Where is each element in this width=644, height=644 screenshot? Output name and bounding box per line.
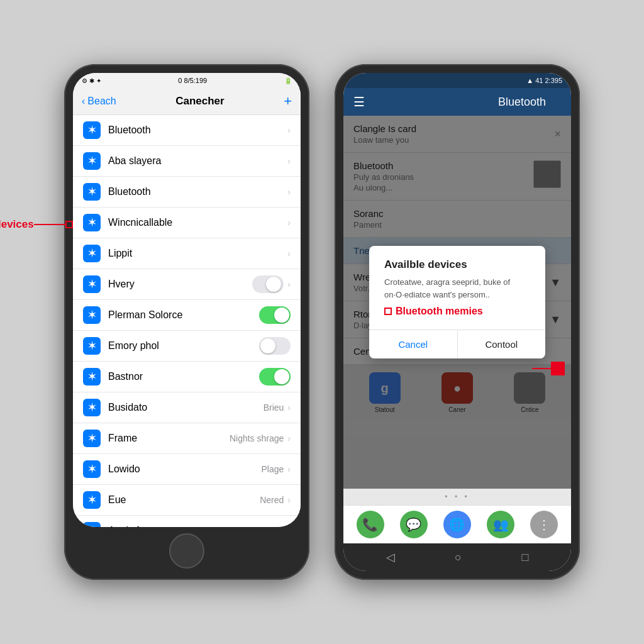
back-label: Beach <box>87 96 116 107</box>
chevron-icon: › <box>287 526 291 527</box>
annotation-line <box>34 224 65 225</box>
chevron-icon: › <box>287 187 291 197</box>
item-value: Brieu <box>264 402 284 413</box>
chevron-icon: › <box>287 495 291 505</box>
item-label: Wincnicallable <box>108 217 287 228</box>
list-item[interactable]: ✶ Lippit › <box>73 238 301 269</box>
annotation-text: Availble devices <box>0 218 34 231</box>
home-button[interactable] <box>169 533 204 569</box>
bluetooth-icon: ✶ <box>83 460 101 478</box>
list-item[interactable]: ✶ Bluetooth › <box>73 177 301 208</box>
toggle-switch[interactable] <box>259 306 291 324</box>
chevron-icon: › <box>287 218 291 228</box>
nav-title: Canecher <box>175 95 224 108</box>
ann-box-red <box>551 362 565 375</box>
dock-messages[interactable]: 💬 <box>400 511 428 538</box>
bluetooth-icon: ✶ <box>83 183 101 201</box>
ios-nav-bar: ‹ Beach Canecher + <box>73 88 301 115</box>
chevron-icon: › <box>287 156 291 166</box>
chevron-icon: › <box>287 402 291 413</box>
item-label: Lippit <box>108 248 287 259</box>
list-item[interactable]: ✶ Aba slayera › <box>73 146 301 177</box>
android-nav-bar: ◁ ○ □ <box>343 543 571 571</box>
dock-browser[interactable]: 🌐 <box>443 511 471 538</box>
toolbar-title: Bluetooth <box>498 96 546 109</box>
bluetooth-icon: ✶ <box>83 399 101 416</box>
item-label: Eue <box>108 494 260 506</box>
toggle-switch[interactable] <box>252 275 284 293</box>
dialog-actions: Cancel Contool <box>369 330 545 358</box>
list-item[interactable]: ✶ Frame Nights shrage › <box>73 423 301 454</box>
ios-list: ✶ Bluetooth › ✶ Aba slayera › ✶ Bluetoot… <box>73 115 301 527</box>
list-item[interactable]: ✶ Emory phol <box>73 331 301 362</box>
chevron-icon: › <box>287 279 291 289</box>
bluetooth-icon: ✶ <box>83 214 101 231</box>
bluetooth-icon: ✶ <box>83 306 101 324</box>
item-label: Bluetooth <box>108 186 287 197</box>
list-group: ✶ Bluetooth › ✶ Aba slayera › ✶ Bluetoot… <box>73 115 301 527</box>
page-dots: • • • <box>343 489 571 505</box>
ios-screen: ⚙ ✱ ✦ 0 8/5:199 🔋 ‹ Beach Canecher + ✶ B… <box>73 73 301 527</box>
ann-line <box>532 368 551 369</box>
android-phone: ▲ 41 2:395 ☰ Bluetooth Clangle Is card L… <box>335 64 580 580</box>
bluetooth-icon: ✶ <box>83 245 101 262</box>
list-item[interactable]: ✶ Busidato Brieu › <box>73 392 301 423</box>
item-value: Plage <box>262 464 284 474</box>
dialog-overlay: Availble devices Croteatwe, aragra seepr… <box>343 116 571 489</box>
bluetooth-icon: ✶ <box>83 275 101 293</box>
nav-recent-icon[interactable]: □ <box>521 551 528 564</box>
status-right: 🔋 <box>284 77 292 84</box>
dock-contacts[interactable]: 👥 <box>487 511 514 538</box>
hamburger-icon[interactable]: ☰ <box>353 94 365 109</box>
item-value: Nered <box>260 495 284 505</box>
chevron-icon: › <box>287 433 291 443</box>
ios-phone: Availble devices ⚙ ✱ ✦ 0 8/5:199 🔋 ‹ Bea… <box>64 64 309 580</box>
item-label: Plerman Solorce <box>108 309 259 321</box>
dialog-confirm-button[interactable]: Contool <box>458 330 546 358</box>
bluetooth-icon: ✶ <box>83 522 101 527</box>
dialog-cancel-button[interactable]: Cancel <box>369 330 458 358</box>
list-item[interactable]: ✶ Eue Nered › <box>73 485 301 516</box>
list-item[interactable]: ✶ Wincnicallable › <box>73 208 301 238</box>
android-status-bar: ▲ 41 2:395 <box>343 73 571 88</box>
bluetooth-icon: ✶ <box>83 491 101 509</box>
external-annotation <box>532 362 565 375</box>
list-item[interactable]: ✶ Plerman Solorce <box>73 300 301 331</box>
status-center: 0 8/5:199 <box>178 77 207 84</box>
list-item[interactable]: ✶ Bluetooth › <box>73 115 301 146</box>
android-toolbar: ☰ Bluetooth <box>343 88 571 116</box>
item-label: Busidato <box>108 402 264 413</box>
item-label: Aba slayera <box>108 155 287 167</box>
dialog-body: Availble devices Croteatwe, aragra seepr… <box>369 246 545 330</box>
ios-status-bar: ⚙ ✱ ✦ 0 8/5:199 🔋 <box>73 73 301 88</box>
bluetooth-icon: ✶ <box>83 368 101 386</box>
chevron-icon: › <box>287 464 291 474</box>
dock-phone[interactable]: 📞 <box>357 511 384 538</box>
nav-home-icon[interactable]: ○ <box>455 551 462 564</box>
item-label: Lowido <box>108 464 262 475</box>
bluetooth-icon: ✶ <box>83 337 101 355</box>
list-item[interactable]: ✶ Appistfor › <box>73 516 301 527</box>
dock-apps[interactable]: ⋮ <box>530 511 558 538</box>
item-label: Frame <box>108 433 230 444</box>
dialog-annotation: Bluetooth memies <box>384 306 530 317</box>
chevron-icon: › <box>287 248 291 258</box>
item-label: Appistfor <box>108 525 287 527</box>
toggle-switch[interactable] <box>259 337 291 355</box>
dialog-box: Availble devices Croteatwe, aragra seepr… <box>369 246 545 358</box>
item-value: Nights shrage <box>230 433 284 443</box>
dialog-title: Availble devices <box>384 258 530 271</box>
list-item[interactable]: ✶ Hvery › <box>73 269 301 300</box>
scene: Availble devices ⚙ ✱ ✦ 0 8/5:199 🔋 ‹ Bea… <box>0 0 644 644</box>
list-item[interactable]: ✶ Lowido Plage › <box>73 454 301 485</box>
chevron-icon: › <box>287 125 291 135</box>
list-item[interactable]: ✶ Bastnor <box>73 362 301 392</box>
toggle-switch[interactable] <box>259 368 291 386</box>
android-screen: ▲ 41 2:395 ☰ Bluetooth Clangle Is card L… <box>343 73 571 571</box>
nav-back-button[interactable]: ‹ Beach <box>82 96 116 107</box>
bluetooth-icon: ✶ <box>83 152 101 170</box>
nav-back-icon[interactable]: ◁ <box>386 550 395 564</box>
nav-plus-button[interactable]: + <box>284 93 292 109</box>
status-right: ▲ 41 2:395 <box>526 77 562 84</box>
annotation-text: Bluetooth memies <box>396 306 483 317</box>
